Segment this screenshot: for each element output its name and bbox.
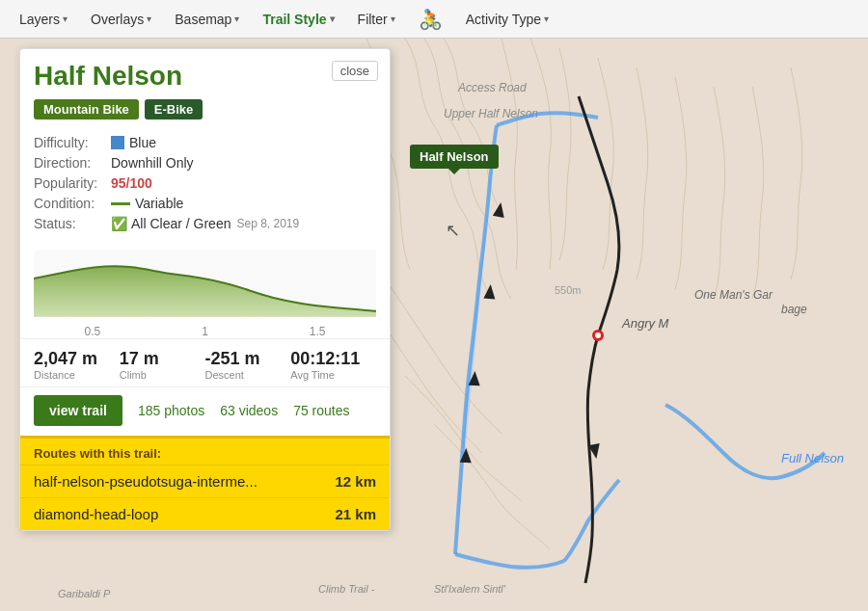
ebike-tag: E-Bike [145,99,203,120]
panel-details: Difficulty: Blue Direction: Downhill Onl… [20,135,390,244]
bicycle-icon: 🚴 [419,8,443,31]
videos-link[interactable]: 63 videos [220,403,278,418]
filter-chevron-icon: ▾ [391,13,395,24]
svg-text:One Man's Gar: One Man's Gar [694,288,773,302]
stat-descent: -251 m Descent [205,349,291,381]
trail-tags: Mountain Bike E-Bike [34,99,376,120]
svg-text:Stl'Ixalem Sintl': Stl'Ixalem Sintl' [434,583,506,595]
svg-text:Garibaldi P: Garibaldi P [58,588,111,599]
top-navigation: Layers ▾ Overlays ▾ Basemap ▾ Trail Styl… [0,0,868,39]
svg-text:Access Road: Access Road [457,81,527,94]
close-button[interactable]: close [332,61,378,81]
difficulty-square-icon [111,136,124,149]
popularity-row: Popularity: 95/100 [34,175,376,191]
panel-header: Half Nelson close Mountain Bike E-Bike [20,49,390,135]
svg-text:Angry M: Angry M [621,316,669,331]
difficulty-row: Difficulty: Blue [34,135,376,150]
trail-title: Half Nelson [34,61,376,92]
svg-text:550m: 550m [555,284,582,296]
mountain-bike-tag: Mountain Bike [34,99,139,120]
photos-link[interactable]: 185 photos [138,403,204,418]
nav-bike-icon: 🚴 [409,4,452,35]
condition-row: Condition: Variable [34,196,376,211]
nav-overlays[interactable]: Overlays ▾ [81,8,161,31]
elevation-chart [34,250,376,317]
routes-link[interactable]: 75 routes [293,403,349,418]
condition-line-icon [111,202,130,205]
trailstyle-chevron-icon: ▾ [330,13,335,24]
trail-info-panel: Half Nelson close Mountain Bike E-Bike D… [19,48,391,531]
direction-row: Direction: Downhill Only [34,155,376,171]
nav-activitytype[interactable]: Activity Type ▾ [456,8,558,31]
nav-basemap[interactable]: Basemap ▾ [165,8,249,31]
stat-avgtime: 00:12:11 Avg Time [290,349,376,381]
view-trail-button[interactable]: view trail [34,395,122,426]
actions-bar: view trail 185 photos 63 videos 75 route… [20,386,390,436]
elevation-labels: 0.5 1 1.5 [20,325,390,338]
trail-map-label: Half Nelson [410,145,499,169]
activitytype-chevron-icon: ▾ [544,13,549,24]
status-row: Status: ✅ All Clear / Green Sep 8, 2019 [34,216,376,231]
trail-stats: 2,047 m Distance 17 m Climb -251 m Desce… [20,338,390,386]
nav-layers[interactable]: Layers ▾ [10,8,77,31]
status-check-icon: ✅ [111,216,127,231]
routes-section: Routes with this trail: half-nelson-pseu… [20,436,390,530]
stat-climb: 17 m Climb [120,349,205,381]
routes-header: Routes with this trail: [20,438,390,465]
basemap-chevron-icon: ▾ [234,13,239,24]
svg-point-17 [595,332,601,338]
layers-chevron-icon: ▾ [63,13,68,24]
route-item-1[interactable]: diamond-head-loop 21 km [20,497,390,530]
overlays-chevron-icon: ▾ [147,13,151,24]
route-item-0[interactable]: half-nelson-pseudotsuga-interme... 12 km [20,465,390,497]
svg-text:Climb Trail -: Climb Trail - [318,583,375,595]
nav-trailstyle[interactable]: Trail Style ▾ [253,8,343,31]
nav-filter[interactable]: Filter ▾ [348,8,405,31]
svg-text:bage: bage [781,303,807,316]
stat-distance: 2,047 m Distance [34,349,120,381]
